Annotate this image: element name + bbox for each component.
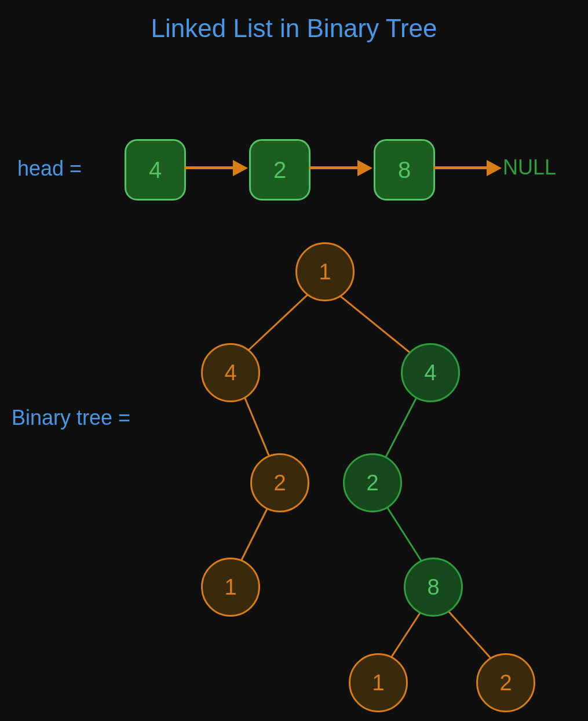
tree-node-rlr-right: 2 (476, 653, 535, 712)
binary-tree-label: Binary tree = (12, 406, 130, 430)
tree-node-root: 1 (295, 242, 355, 301)
tree-edge (385, 504, 426, 568)
null-label: NULL (503, 155, 556, 180)
tree-edge (243, 394, 272, 464)
tree-edge (238, 504, 269, 568)
diagram-stage: Linked List in Binary Tree head = 4 2 8 … (0, 0, 588, 721)
linked-list-node-1: 2 (249, 139, 311, 201)
linked-list-node-0: 4 (125, 139, 186, 201)
tree-node-right: 4 (401, 343, 460, 402)
tree-node-left-right-left: 1 (201, 558, 260, 617)
tree-node-rlr-left: 1 (349, 653, 408, 712)
tree-node-right-left: 2 (343, 453, 402, 512)
linked-list-node-2: 8 (374, 139, 435, 201)
tree-edge (333, 290, 418, 359)
tree-node-right-left-right: 8 (404, 558, 463, 617)
tree-edges (0, 0, 588, 721)
page-title: Linked List in Binary Tree (0, 14, 588, 43)
tree-edge (239, 290, 313, 359)
tree-node-left: 4 (201, 343, 260, 402)
tree-node-left-right: 2 (250, 453, 309, 512)
tree-edge (382, 394, 418, 464)
head-label: head = (17, 156, 82, 181)
